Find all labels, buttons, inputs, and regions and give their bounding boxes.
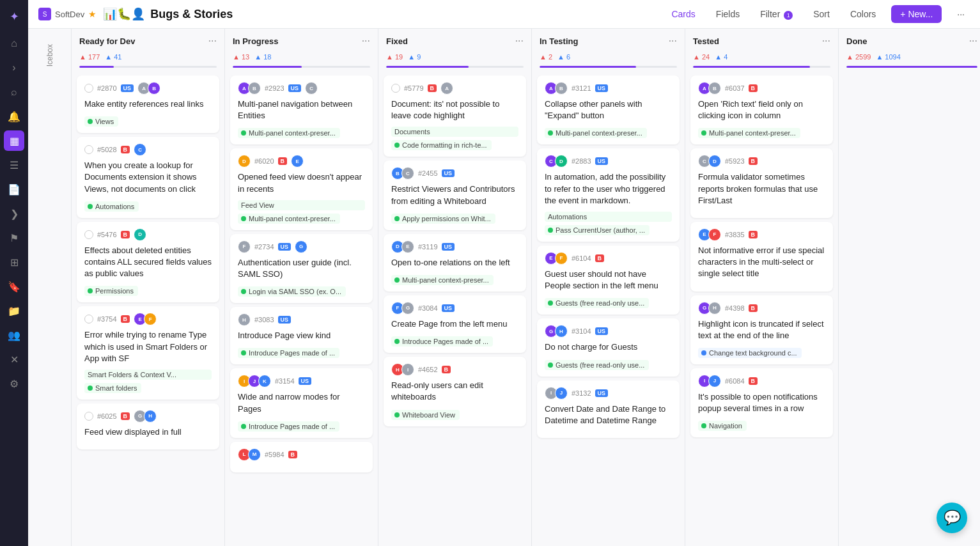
sidebar-members-icon[interactable]: 👥 (4, 325, 24, 345)
card-meta: L M #5984 B (238, 448, 365, 461)
card-4398[interactable]: G H #4398 B Highlight icon is truncated … (690, 295, 833, 364)
card-5779[interactable]: #5779 B A Document: its' not possible to… (384, 75, 526, 157)
card-id: #3119 (418, 243, 438, 251)
card-label: Guests (free read-only use... (545, 298, 649, 308)
card-6084[interactable]: I J #6084 B It's possible to open notifi… (690, 368, 833, 437)
card-meta: #5028 B C (84, 143, 212, 156)
star-icon[interactable]: ★ (88, 9, 97, 19)
card-2455[interactable]: B C #2455 US Restrict Viewers and Contri… (384, 160, 526, 230)
sidebar-flag-icon[interactable]: ⚑ (4, 228, 24, 248)
card-meta: #5476 B D (84, 228, 212, 241)
card-6104[interactable]: E F #6104 B Guest user should not have P… (537, 246, 680, 315)
card-meta: A B #6037 B (698, 82, 825, 95)
sidebar-home-icon[interactable]: ⌂ (4, 33, 24, 54)
card-label: Pass CurrentUser (author, ... (545, 225, 649, 235)
label-dot (394, 412, 400, 417)
tag-us: US (595, 327, 609, 335)
card-3835[interactable]: E F #3835 B Not informative error if use… (690, 222, 833, 292)
sidebar-boards-icon[interactable]: ▦ (4, 130, 24, 151)
app-logo-icon[interactable]: ✦ (4, 6, 24, 27)
card-3083[interactable]: H #3083 US Introduce Page view kind Intr… (230, 307, 373, 364)
colors-button[interactable]: Colors (845, 6, 881, 22)
card-4652[interactable]: H I #4652 B Read-only users can edit whi… (384, 357, 526, 426)
label-dot (394, 277, 400, 283)
card-6020[interactable]: D #6020 B E Opened feed view doesn't app… (230, 148, 373, 230)
card-meta: A B #2923 US C (238, 82, 365, 95)
sidebar-doc-icon[interactable]: 📄 (4, 179, 24, 199)
chat-button[interactable]: 💬 (937, 503, 967, 533)
avatar: K (258, 375, 271, 387)
sidebar-chevron-icon[interactable]: ❯ (4, 203, 24, 224)
col-more-fixed[interactable]: ··· (515, 35, 524, 47)
card-2923[interactable]: A B #2923 US C Multi-panel navigation be… (230, 75, 373, 144)
avatar-group: I J (545, 387, 568, 400)
sidebar-x-icon[interactable]: ✕ (4, 349, 24, 370)
sidebar-settings-icon[interactable]: ⚙ (4, 373, 24, 394)
card-2883[interactable]: C D #2883 US In automation, add the poss… (537, 148, 680, 242)
col-progress-done (846, 66, 977, 68)
label-dot (701, 350, 706, 355)
card-3121[interactable]: A B #3121 US Collapse other panels with … (537, 75, 680, 144)
card-checkbox[interactable] (84, 84, 93, 93)
sidebar-expand-icon[interactable]: › (4, 58, 24, 78)
card-checkbox[interactable] (84, 412, 93, 421)
card-6025[interactable]: #6025 B G H Feed view displayed in full (77, 403, 219, 449)
card-2870[interactable]: #2870 US A B Make entity references real… (77, 75, 219, 133)
avatar-group: A B (238, 82, 261, 95)
card-checkbox[interactable] (84, 230, 93, 239)
card-checkbox[interactable] (84, 145, 93, 154)
sidebar-folder-icon[interactable]: 📁 (4, 300, 24, 321)
card-id: #3132 (572, 389, 591, 397)
card-3132[interactable]: I J #3132 US Convert Date and Date Range… (537, 380, 680, 438)
card-label: Multi-panel context-preser... (238, 128, 340, 138)
sidebar-list-icon[interactable]: ☰ (4, 155, 24, 175)
label-dot (88, 204, 93, 209)
avatar: F (238, 240, 251, 253)
card-3154[interactable]: I J K #3154 US Wide and narrow modes for… (230, 368, 373, 437)
column-fixed: Fixed ··· ▲ 19 ▲ 9 #5779 B (378, 29, 532, 546)
card-3119[interactable]: D E #3119 US Open to-one relations on th… (384, 234, 526, 292)
card-checkbox[interactable] (391, 84, 400, 93)
topbar: S SoftDev ★ 📊🐛👤 Bugs & Stories Cards Fie… (28, 0, 980, 29)
card-label: Navigation (698, 421, 747, 431)
col-more-testing[interactable]: ··· (669, 35, 677, 47)
more-options-button[interactable]: ··· (952, 6, 970, 22)
new-button[interactable]: + New... (891, 5, 942, 23)
filter-button[interactable]: Filter 1 (755, 6, 798, 22)
card-meta: B C #2455 US (391, 167, 518, 180)
column-tested: Tested ··· ▲ 24 ▲ 4 A B (685, 29, 839, 546)
count-up-fixed: ▲ 19 (386, 53, 403, 61)
card-3084[interactable]: F G #3084 US Create Page from the left m… (384, 295, 526, 353)
col-counts-progress: ▲ 13 ▲ 18 (225, 51, 378, 66)
card-meta: #6025 B G H (84, 410, 212, 423)
card-label: Code formatting in rich-te... (391, 140, 492, 150)
col-more-progress[interactable]: ··· (362, 35, 370, 47)
card-6037[interactable]: A B #6037 B Open 'Rich text' field only … (690, 75, 833, 144)
card-5923[interactable]: C D #5923 B Formula validator sometimes … (690, 148, 833, 218)
column-in-progress: In Progress ··· ▲ 13 ▲ 18 A B (225, 29, 378, 546)
sidebar-bookmark-icon[interactable]: 🔖 (4, 276, 24, 297)
card-5028[interactable]: #5028 B C When you create a lookup for D… (77, 137, 219, 218)
card-checkbox[interactable] (84, 315, 93, 324)
sort-button[interactable]: Sort (808, 6, 835, 22)
cards-button[interactable]: Cards (666, 6, 700, 22)
card-3754[interactable]: #3754 B E F Error while trying to rename… (77, 306, 219, 400)
card-2734[interactable]: F #2734 US G Authentication user guide (… (230, 234, 373, 303)
col-more-ready[interactable]: ··· (208, 35, 217, 47)
sidebar-grid-icon[interactable]: ⊞ (4, 252, 24, 272)
fields-button[interactable]: Fields (711, 6, 745, 22)
card-title: Open 'Rich text' field only on clicking … (698, 98, 825, 121)
tag-us: US (442, 304, 455, 312)
sidebar-notification-icon[interactable]: 🔔 (4, 106, 24, 127)
avatar-group: B C (391, 167, 414, 180)
avatar-group: G H (698, 302, 721, 315)
card-5984[interactable]: L M #5984 B (230, 442, 373, 472)
card-3104[interactable]: G H #3104 US Do not charge for Guests Gu… (537, 318, 680, 376)
card-5476[interactable]: #5476 B D Effects about deleted entities… (77, 222, 219, 303)
sidebar-search-icon[interactable]: ⌕ (4, 82, 24, 102)
col-more-tested[interactable]: ··· (822, 35, 830, 47)
label-dot (394, 216, 400, 221)
label-dot (241, 350, 246, 355)
card-label: Smart Folders & Context V... (84, 370, 212, 380)
col-more-done[interactable]: ··· (969, 35, 977, 47)
